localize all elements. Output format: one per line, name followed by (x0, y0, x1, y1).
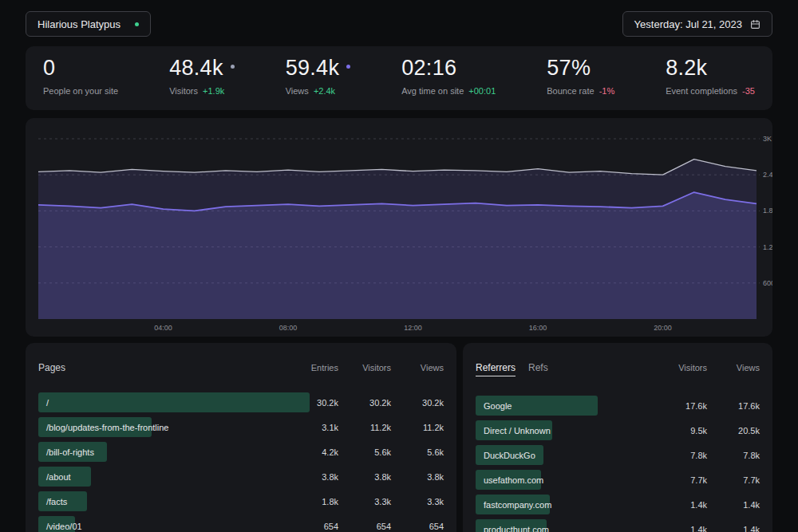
stat-value: 8.2k (666, 57, 755, 81)
stats-row: 0People on your site 48.4kVisitors +1.9k… (26, 46, 772, 110)
row-value: 11.2k (338, 423, 391, 432)
y-tick-label: 1.2K (763, 243, 772, 251)
x-tick-label: 20:00 (654, 324, 672, 332)
visitors-area (38, 192, 757, 319)
row-value: 5.6k (338, 447, 391, 457)
table-row[interactable]: usefathom.com7.7k7.7k (476, 470, 760, 490)
y-tick-label: 600 (763, 279, 772, 287)
column-entries: Entries (286, 363, 338, 372)
pages-rows: /30.2k30.2k30.2k/blog/updates-from-the-f… (38, 392, 444, 532)
row-value: 7.7k (654, 475, 707, 485)
stat-label: Bounce rate -1% (547, 86, 614, 96)
row-value: 20.5k (707, 426, 760, 435)
column-views: Views (391, 363, 444, 372)
y-tick-label: 3K (763, 135, 772, 143)
stat-block[interactable]: 0People on your site (43, 57, 118, 100)
table-row[interactable]: /blog/updates-from-the-frontline3.1k11.2… (38, 417, 444, 437)
row-label: /bill-of-rights (38, 447, 286, 457)
x-tick-label: 16:00 (529, 324, 547, 332)
row-value: 30.2k (286, 398, 338, 408)
traffic-chart-svg: 3K2.4K1.8K1.2K60004:0008:0012:0016:0020:… (26, 118, 772, 337)
row-value: 3.3k (391, 497, 444, 506)
row-label: producthunt.com (476, 525, 654, 532)
referrer-rows: Google17.6k17.6kDirect / Unknown9.5k20.5… (476, 396, 760, 532)
tables-row: Pages Entries Visitors Views /30.2k30.2k… (26, 343, 772, 532)
table-row[interactable]: producthunt.com1.4k1.4k (476, 519, 760, 532)
row-value: 17.6k (654, 401, 707, 411)
row-value: 3.8k (286, 472, 338, 482)
row-label: fastcompany.com (476, 500, 654, 510)
column-views: Views (707, 363, 760, 372)
series-dot-icon (231, 65, 235, 69)
table-row[interactable]: Direct / Unknown9.5k20.5k (476, 420, 760, 440)
table-row[interactable]: DuckDuckGo7.8k7.8k (476, 445, 760, 465)
row-label: Direct / Unknown (476, 426, 654, 435)
row-value: 7.7k (707, 475, 760, 485)
row-label: /about (38, 472, 286, 482)
row-value: 9.5k (654, 426, 707, 435)
stat-delta: +2.4k (314, 86, 335, 96)
stat-block[interactable]: 02:16Avg time on site +00:01 (401, 57, 496, 100)
live-dot-icon (135, 22, 139, 26)
referrers-card: Referrers Refs Visitors Views Google17.6… (463, 343, 772, 532)
column-visitors: Visitors (654, 363, 707, 372)
stat-block[interactable]: 8.2kEvent completions -35 (666, 57, 755, 100)
row-value: 3.3k (338, 497, 391, 506)
row-label: /facts (38, 497, 286, 506)
calendar-icon (750, 19, 760, 30)
stat-block[interactable]: 48.4kVisitors +1.9k (169, 57, 235, 100)
row-label: usefathom.com (476, 475, 654, 485)
row-value: 7.8k (654, 451, 707, 460)
table-row[interactable]: /facts1.8k3.3k3.3k (38, 491, 444, 511)
tab-referrers[interactable]: Referrers (476, 362, 516, 376)
column-visitors: Visitors (338, 363, 391, 372)
stat-value: 48.4k (169, 57, 235, 81)
table-row[interactable]: /about3.8k3.8k3.8k (38, 467, 444, 487)
table-row[interactable]: /30.2k30.2k30.2k (38, 392, 444, 412)
table-row[interactable]: /bill-of-rights4.2k5.6k5.6k (38, 442, 444, 462)
table-row[interactable]: Google17.6k17.6k (476, 396, 760, 416)
stat-label: People on your site (43, 86, 118, 96)
analytics-dashboard: Hilarious Platypus Yesterday: Jul 21, 20… (0, 0, 798, 532)
row-value: 1.4k (654, 500, 707, 510)
row-value: 5.6k (391, 447, 444, 457)
x-tick-label: 04:00 (154, 324, 172, 332)
date-range-label: Yesterday: Jul 21, 2023 (634, 18, 742, 30)
y-tick-label: 1.8K (763, 207, 772, 215)
row-value: 1.4k (707, 500, 760, 510)
stat-block[interactable]: 59.4kViews +2.4k (286, 57, 351, 100)
stat-value: 02:16 (401, 57, 496, 81)
stat-delta: +00:01 (468, 86, 496, 96)
stat-delta: -35 (742, 86, 755, 96)
stat-label: Visitors +1.9k (169, 86, 235, 96)
stat-value: 59.4k (286, 57, 351, 81)
row-value: 17.6k (707, 401, 760, 411)
site-selector[interactable]: Hilarious Platypus (26, 11, 151, 37)
row-label: DuckDuckGo (476, 451, 654, 460)
row-value: 3.8k (391, 472, 444, 482)
row-label: Google (476, 401, 654, 411)
stat-block[interactable]: 57%Bounce rate -1% (547, 57, 614, 100)
stat-delta: +1.9k (203, 86, 224, 96)
row-value: 1.4k (654, 525, 707, 532)
x-tick-label: 08:00 (279, 324, 298, 332)
row-value: 30.2k (391, 398, 444, 408)
stat-label: Views +2.4k (286, 86, 351, 96)
referrers-header: Referrers Refs Visitors Views (476, 362, 760, 376)
table-row[interactable]: fastcompany.com1.4k1.4k (476, 495, 760, 514)
row-value: 654 (391, 522, 444, 531)
stat-delta: -1% (599, 86, 615, 96)
row-value: 7.8k (707, 451, 760, 460)
tab-refs[interactable]: Refs (528, 362, 548, 376)
stat-value: 57% (547, 57, 614, 81)
topbar: Hilarious Platypus Yesterday: Jul 21, 20… (0, 0, 798, 46)
pages-title: Pages (38, 362, 286, 373)
x-tick-label: 12:00 (404, 324, 422, 332)
stat-label: Avg time on site +00:01 (401, 86, 496, 96)
row-value: 4.2k (286, 447, 338, 457)
row-value: 30.2k (338, 398, 391, 408)
row-value: 3.8k (338, 472, 391, 482)
date-range-picker[interactable]: Yesterday: Jul 21, 2023 (622, 11, 772, 37)
table-row[interactable]: /video/01654654654 (38, 516, 444, 532)
pages-header: Pages Entries Visitors Views (38, 362, 444, 373)
